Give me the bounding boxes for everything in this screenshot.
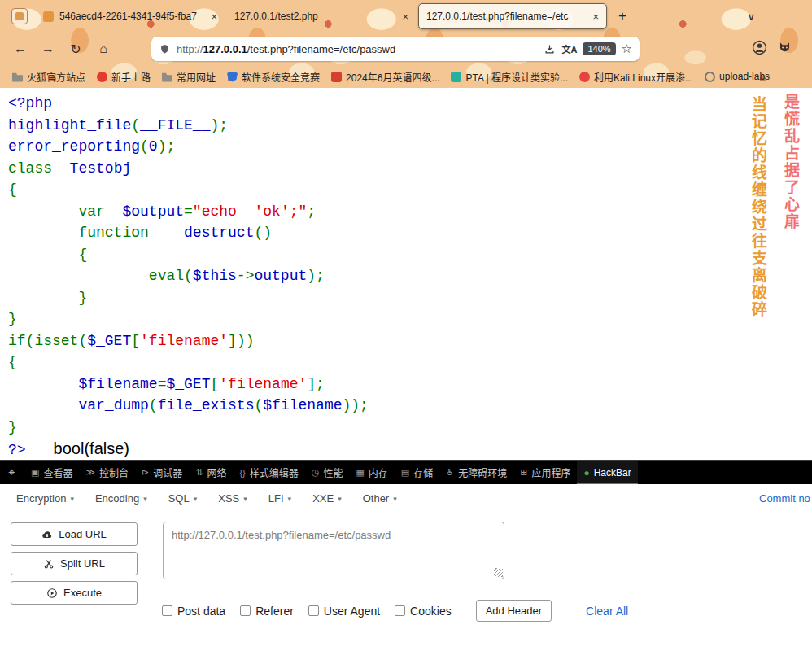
code-line: eval($this->output);	[8, 265, 369, 287]
zoom-level-badge[interactable]: 140%	[583, 42, 615, 55]
cloud-upload-icon	[41, 529, 53, 540]
hackbar-menu-encoding[interactable]: Encoding▾	[95, 492, 147, 505]
php-source-code: <?phphighlight_file(__FILE__);error_repo…	[8, 93, 369, 460]
tab-close-button[interactable]: ×	[402, 11, 408, 23]
devtools-tab[interactable]: ▣查看器	[24, 461, 79, 484]
add-header-button[interactable]: Add Header	[476, 600, 552, 622]
devtools-tab[interactable]: ♿无障碍环境	[439, 461, 513, 484]
devtools-tab-label: 查看器	[43, 465, 72, 479]
checkbox[interactable]	[162, 605, 172, 616]
navigation-toolbar: ← → ↻ ⌂ http://127.0.0.1/test.php?filena…	[0, 33, 812, 65]
menu-label: Encoding	[95, 492, 139, 505]
bookmark-item[interactable]: 软件系统安全竞赛	[221, 68, 325, 86]
browser-tab[interactable]: 127.0.0.1/test2.php×	[227, 3, 416, 29]
folder-icon	[12, 72, 23, 82]
bookmark-item[interactable]: 火狐官方站点	[7, 68, 91, 86]
download-icon[interactable]	[544, 43, 556, 55]
menu-label: LFI	[268, 492, 284, 505]
performance-icon: ◷	[312, 467, 320, 478]
list-all-tabs-button[interactable]: ∨	[739, 11, 763, 23]
button-label: Split URL	[60, 557, 105, 570]
bookmark-label: 常用网址	[177, 70, 216, 84]
browser-window: 546aecd4-2261-4341-94f5-fba7×127.0.0.1/t…	[0, 0, 812, 651]
hackbar-url-textarea[interactable]: http://127.0.0.1/test.php?filename=/etc/…	[163, 522, 504, 579]
hackbar-menu-xss[interactable]: XSS▾	[218, 492, 247, 505]
devtools-tab-label: 存储	[413, 465, 433, 479]
account-icon[interactable]	[752, 40, 767, 59]
code-line: {	[8, 244, 369, 266]
vertical-text-orange: 当记忆的线缠绕过往支离破碎	[747, 96, 769, 318]
translate-icon[interactable]: 文A	[561, 42, 577, 55]
firefox-view-button[interactable]	[11, 8, 28, 24]
home-button[interactable]: ⌂	[91, 42, 116, 56]
url-text: http://127.0.0.1/test.php?filename=/etc/…	[177, 43, 395, 55]
network-icon: ⇅	[195, 467, 203, 478]
bookmark-label: 2024年6月英语四级...	[346, 70, 439, 84]
execute-button[interactable]: Execute	[11, 581, 138, 605]
new-tab-button[interactable]: +	[609, 8, 635, 24]
browser-tab[interactable]: 546aecd4-2261-4341-94f5-fba7×	[36, 3, 225, 29]
code-line: <?php	[8, 93, 369, 115]
clear-all-link[interactable]: Clear All	[586, 605, 628, 618]
bookmark-star-icon[interactable]: ☆	[622, 42, 632, 56]
checkbox[interactable]	[308, 605, 319, 616]
tab-close-button[interactable]: ×	[211, 11, 217, 23]
bookmark-item[interactable]: 利用Kali Linux开展渗...	[574, 68, 699, 86]
bookmark-item[interactable]: upload-labs	[699, 68, 775, 85]
play-icon	[46, 588, 58, 599]
forward-button[interactable]: →	[36, 42, 60, 56]
shield-icon[interactable]	[159, 43, 171, 55]
hackbar-menu-lfi[interactable]: LFI▾	[268, 492, 291, 505]
hackbar-body: Load URL Split URL Execute http://127.0.…	[0, 513, 812, 651]
bookmark-item[interactable]: 2024年6月英语四级...	[325, 68, 445, 86]
devtools-tab[interactable]: ⊳调试器	[135, 461, 189, 484]
checkbox[interactable]	[240, 605, 251, 616]
devtools-tab[interactable]: ≫控制台	[79, 461, 135, 484]
caret-down-icon: ▾	[338, 495, 342, 503]
hackbar-menu-encryption[interactable]: Encryption▾	[16, 492, 74, 505]
bookmarks-bar: 火狐官方站点新手上路常用网址软件系统安全竞赛2024年6月英语四级...PTA …	[0, 65, 812, 88]
option-user-agent[interactable]: User Agent	[308, 605, 380, 618]
tab-close-button[interactable]: ×	[592, 11, 599, 23]
red-dot-icon	[97, 72, 107, 82]
code-line: var_dump(file_exists($filename));	[8, 395, 369, 417]
hackbar-menu-other[interactable]: Other▾	[363, 492, 397, 505]
devtools-tab[interactable]: ⊞应用程序	[513, 461, 577, 484]
reload-button[interactable]: ↻	[63, 42, 88, 57]
url-bar[interactable]: http://127.0.0.1/test.php?filename=/etc/…	[151, 37, 640, 61]
tab-title: 127.0.0.1/test.php?filename=/etc	[426, 11, 587, 22]
tab-title: 127.0.0.1/test2.php	[234, 11, 397, 22]
devtools-tab[interactable]: ●HackBar	[577, 461, 637, 484]
menu-label: XSS	[218, 492, 239, 505]
caret-down-icon: ▾	[393, 495, 397, 503]
bookmark-item[interactable]: 常用网址	[156, 68, 221, 86]
hackbar-buttons: Load URL Split URL Execute	[11, 522, 138, 605]
firefox-view-icon	[15, 12, 24, 20]
browser-tab[interactable]: 127.0.0.1/test.php?filename=/etc×	[418, 3, 607, 29]
resize-grip[interactable]	[494, 568, 503, 577]
option-cookies[interactable]: Cookies	[395, 605, 452, 618]
pick-element-icon[interactable]: ⌖	[0, 461, 24, 484]
hackbar-menubar: Encryption▾Encoding▾SQL▾XSS▾LFI▾XXE▾Othe…	[0, 484, 812, 513]
code-line: {	[8, 179, 369, 201]
hackbar-menu-sql[interactable]: SQL▾	[168, 492, 198, 505]
option-referer[interactable]: Referer	[240, 605, 294, 618]
bookmark-item[interactable]: 新手上路	[91, 68, 156, 86]
devtools-tab[interactable]: ▤存储	[395, 461, 439, 484]
load-url-button[interactable]: Load URL	[11, 522, 138, 546]
devtools-tab[interactable]: {}样式编辑器	[233, 461, 304, 484]
option-post-data[interactable]: Post data	[162, 605, 225, 618]
devtools-tab[interactable]: ⇅网络	[189, 461, 233, 484]
hackbar-menu-xxe[interactable]: XXE▾	[312, 492, 342, 505]
checkbox[interactable]	[395, 605, 405, 616]
devtools-tab-label: 内存	[369, 465, 388, 479]
devtools-tab[interactable]: ▦内存	[349, 461, 394, 484]
devtools-tab[interactable]: ◷性能	[305, 461, 350, 484]
split-url-button[interactable]: Split URL	[11, 552, 138, 575]
code-line: {	[8, 352, 369, 374]
bookmark-item[interactable]: PTA | 程序设计类实验...	[445, 68, 574, 86]
back-button[interactable]: ←	[8, 42, 33, 56]
code-line: if(isset($_GET['filename']))	[8, 330, 369, 352]
extension-icon[interactable]	[777, 40, 792, 59]
commit-link[interactable]: Commit no	[759, 492, 810, 505]
